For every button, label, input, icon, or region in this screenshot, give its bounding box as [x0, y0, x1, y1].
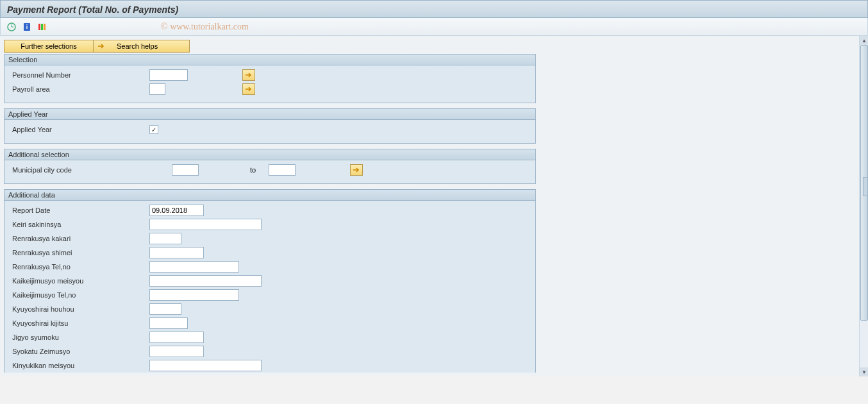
- field-label: Kyuyoshirai kijitsu: [8, 319, 149, 327]
- form-row: Report Date: [8, 203, 531, 217]
- field-input[interactable]: [149, 346, 204, 357]
- field-input[interactable]: [149, 275, 262, 287]
- personnel-number-input[interactable]: [149, 69, 188, 81]
- additional-selection-group: Additional selection Municipal city code…: [4, 149, 536, 184]
- applied-year-group: Applied Year Applied Year: [4, 108, 536, 144]
- form-row: Renrakusya shimei: [8, 246, 531, 260]
- search-helps-button[interactable]: Search helps: [94, 40, 190, 53]
- municipal-city-code-from-input[interactable]: [172, 164, 199, 176]
- application-toolbar: Further selections Search helps: [4, 40, 855, 53]
- form-row: Renrakusya Tel,no: [8, 260, 531, 274]
- additional-selection-group-title: Additional selection: [4, 149, 535, 160]
- svg-rect-5: [38, 24, 40, 30]
- field-input[interactable]: [149, 332, 204, 343]
- field-label: Renrakusya shimei: [8, 249, 149, 257]
- form-row: Kaikeijimusyo Tel,no: [8, 288, 531, 302]
- form-row: Kyuyoshirai kijitsu: [8, 316, 531, 330]
- form-row: Syokatu Zeimusyo: [8, 344, 531, 358]
- field-label: Renrakusya Tel,no: [8, 263, 149, 271]
- arrow-right-icon: [245, 72, 253, 78]
- applied-year-checkbox[interactable]: [149, 125, 158, 134]
- municipal-city-code-label: Municipal city code: [8, 166, 172, 174]
- form-row: Renrakusya kakari: [8, 231, 531, 246]
- field-label: Renrakusya kakari: [8, 235, 149, 242]
- form-row: Jigyo syumoku: [8, 330, 531, 344]
- municipal-city-code-to-input[interactable]: [269, 164, 296, 176]
- svg-rect-6: [41, 24, 43, 30]
- selection-group-title: Selection: [4, 55, 535, 65]
- field-input[interactable]: [149, 317, 188, 329]
- scroll-up-arrow-icon[interactable]: ▲: [860, 36, 868, 45]
- search-helps-label: Search helps: [117, 42, 158, 50]
- field-label: Report Date: [8, 206, 149, 214]
- scroll-down-arrow-icon[interactable]: ▼: [860, 367, 868, 376]
- field-input[interactable]: [149, 247, 204, 258]
- info-icon[interactable]: i: [21, 21, 33, 33]
- execute-icon[interactable]: [6, 21, 17, 33]
- field-input[interactable]: [149, 289, 239, 301]
- arrow-right-icon: [245, 86, 253, 92]
- further-selections-label: Further selections: [21, 42, 76, 50]
- payroll-area-input[interactable]: [149, 83, 165, 95]
- field-input[interactable]: [149, 205, 204, 216]
- field-label: Kaikeijimusyo Tel,no: [8, 291, 149, 299]
- field-label: Keiri sakininsya: [8, 221, 149, 228]
- main-toolbar: i © www.tutorialkart.com: [0, 18, 868, 36]
- personnel-number-multiple-button[interactable]: [242, 69, 255, 81]
- form-row: Kyuyoshirai houhou: [8, 302, 531, 316]
- splitter-grip-icon[interactable]: [863, 177, 868, 196]
- svg-rect-7: [44, 24, 46, 30]
- form-row: Kinyukikan meisyou: [8, 358, 531, 373]
- field-label: Jigyo syumoku: [8, 333, 149, 341]
- field-label: Kaikeijimusyo meisyou: [8, 277, 149, 285]
- municipal-city-code-multiple-button[interactable]: [350, 164, 363, 176]
- content-area: Further selections Search helps Selectio…: [0, 36, 859, 376]
- form-row: Keiri sakininsya: [8, 217, 531, 231]
- variant-icon[interactable]: [37, 21, 48, 33]
- form-row: Kaikeijimusyo meisyou: [8, 274, 531, 288]
- applied-year-group-title: Applied Year: [4, 109, 535, 120]
- field-label: Syokatu Zeimusyo: [8, 348, 149, 355]
- selection-group: Selection Personnel Number Payroll area: [4, 54, 536, 103]
- applied-year-label: Applied Year: [8, 126, 149, 133]
- field-label: Kyuyoshirai houhou: [8, 305, 149, 313]
- field-input[interactable]: [149, 303, 181, 315]
- arrow-right-icon: [97, 43, 105, 49]
- additional-data-group: Additional data Report DateKeiri sakinin…: [4, 189, 536, 373]
- field-label: Kinyukikan meisyou: [8, 362, 149, 369]
- payroll-area-label: Payroll area: [8, 85, 149, 93]
- additional-data-group-title: Additional data: [4, 190, 535, 201]
- to-label: to: [250, 166, 256, 174]
- arrow-right-icon: [353, 167, 360, 173]
- field-input[interactable]: [149, 219, 262, 230]
- field-input[interactable]: [149, 261, 239, 273]
- watermark-text: © www.tutorialkart.com: [161, 22, 249, 32]
- svg-text:i: i: [26, 24, 28, 30]
- personnel-number-label: Personnel Number: [8, 71, 149, 79]
- vertical-scrollbar[interactable]: ▲ ▼: [859, 36, 868, 376]
- further-selections-button[interactable]: Further selections: [4, 40, 94, 53]
- title-bar: Payment Report (Total No. of Payments): [0, 0, 868, 18]
- field-input[interactable]: [149, 360, 262, 371]
- field-input[interactable]: [149, 233, 181, 244]
- page-title: Payment Report (Total No. of Payments): [7, 4, 861, 15]
- payroll-area-multiple-button[interactable]: [242, 83, 255, 95]
